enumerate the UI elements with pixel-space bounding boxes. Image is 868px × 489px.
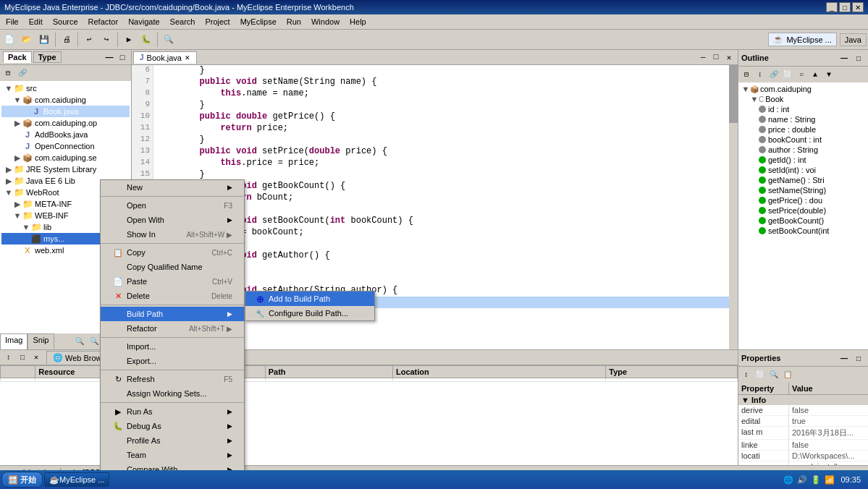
outline-item-book-class[interactable]: ▼ C Book [740, 94, 867, 104]
outline-btn4[interactable]: ⬜ [781, 68, 794, 81]
ctx-team[interactable]: Team ▶ [101, 448, 244, 462]
submenu-configure-build-path[interactable]: 🔧 Configure Build Path... [245, 306, 374, 320]
menu-help[interactable]: Help [347, 16, 369, 27]
img-btn2[interactable]: 🔍 [88, 335, 101, 348]
ctx-profile-as[interactable]: Profile As ▶ [101, 433, 244, 448]
tree-item-addbooks[interactable]: J AddBooks.java [1, 129, 130, 140]
outline-item-getprice[interactable]: getPrice() : dou [740, 195, 867, 205]
editor-scrollbar[interactable] [729, 65, 738, 349]
ctx-refactor[interactable]: Refactor Alt+Shift+T ▶ [101, 321, 244, 336]
outline-item-price[interactable]: price : double [740, 124, 867, 135]
outline-item-com-caiduping[interactable]: ▼ 📦 com.caiduping [740, 84, 867, 94]
open-btn[interactable]: 📂 [19, 32, 35, 48]
ctx-debug-as[interactable]: 🐛 Debug As ▶ [101, 419, 244, 433]
outline-btn1[interactable]: ⊟ [740, 68, 753, 81]
save-btn[interactable]: 💾 [36, 32, 52, 48]
tree-item-jre[interactable]: ▶ 📁 JRE System Library [1, 163, 130, 175]
tab-type[interactable]: Type [33, 51, 62, 63]
bottom-panel-icon3[interactable]: ✕ [30, 351, 43, 364]
prop-btn2[interactable]: ⬜ [754, 368, 767, 381]
scroll-thumb[interactable] [729, 65, 738, 123]
tree-item-book-java[interactable]: J Book.java [1, 106, 130, 117]
tab-close-btn[interactable]: ✕ [185, 54, 190, 61]
redo-btn[interactable]: ↪ [98, 32, 114, 48]
close-button[interactable]: ✕ [852, 2, 864, 12]
outline-btn5[interactable]: ○ [795, 68, 808, 81]
ctx-copy-qualified-name[interactable]: Copy Qualified Name [101, 260, 244, 274]
ctx-build-path[interactable]: Build Path ▶ [101, 307, 244, 321]
ctx-refresh[interactable]: ↻ Refresh F5 [101, 372, 244, 386]
menu-navigate[interactable]: Navigate [125, 16, 162, 27]
start-button[interactable]: 🪟 开始 [1, 472, 43, 480]
ctx-delete[interactable]: ✕ Delete Delete [101, 289, 244, 303]
outline-btn7[interactable]: ▼ [822, 68, 835, 81]
menu-myeclipse[interactable]: MyEclipse [237, 16, 279, 27]
search-btn[interactable]: 🔍 [161, 32, 177, 48]
ctx-open-with[interactable]: Open With ▶ [101, 213, 244, 227]
ctx-new[interactable]: New ▶ [101, 180, 244, 195]
menu-project[interactable]: Project [202, 16, 232, 27]
ctx-assign-working-sets[interactable]: Assign Working Sets... [101, 386, 244, 401]
bottom-panel-icon2[interactable]: □ [16, 351, 29, 364]
ctx-import[interactable]: Import... [101, 339, 244, 354]
outline-btn6[interactable]: ▲ [809, 68, 822, 81]
new-btn[interactable]: 📄 [1, 32, 17, 48]
menu-source[interactable]: Source [50, 16, 81, 27]
img-btn1[interactable]: 🔍 [73, 335, 86, 348]
run-btn[interactable]: ▶ [121, 32, 137, 48]
menu-run[interactable]: Run [284, 16, 304, 27]
prop-btn1[interactable]: ↕ [740, 368, 753, 381]
outline-btn3[interactable]: 🔗 [767, 68, 780, 81]
outline-item-name[interactable]: name : String [740, 114, 867, 124]
prop-section-info[interactable]: ▼ Info [738, 395, 868, 405]
tree-item-com-caiduping-op[interactable]: ▶ 📦 com.caiduping.op [1, 117, 130, 129]
outline-item-getbookcount[interactable]: getBookCount() [740, 216, 867, 226]
outline-item-id[interactable]: id : int [740, 104, 867, 114]
outline-item-setname[interactable]: setName(String) [740, 185, 867, 195]
tree-item-com-caiduping-se[interactable]: ▶ 📦 com.caiduping.se [1, 152, 130, 163]
maximize-button[interactable]: □ [839, 2, 851, 12]
editor-maximize[interactable]: □ [710, 51, 722, 63]
menu-window[interactable]: Window [308, 16, 342, 27]
ctx-run-as[interactable]: ▶ Run As ▶ [101, 404, 244, 419]
tab-pack[interactable]: Pack [3, 51, 32, 63]
outline-item-author[interactable]: author : String [740, 145, 867, 155]
menu-refactor[interactable]: Refactor [85, 16, 122, 27]
ctx-show-in[interactable]: Show In Alt+Shift+W ▶ [101, 227, 244, 242]
prop-btn3[interactable]: 🔍 [767, 368, 780, 381]
ctx-paste[interactable]: 📄 Paste Ctrl+V [101, 274, 244, 289]
editor-minimize[interactable]: — [697, 51, 709, 63]
prop-maximize[interactable]: □ [852, 352, 865, 365]
editor-close[interactable]: ✕ [723, 51, 735, 63]
menu-edit[interactable]: Edit [26, 16, 46, 27]
minimize-button[interactable]: _ [826, 2, 838, 12]
tab-snip[interactable]: Snip [28, 333, 54, 349]
outline-btn2[interactable]: ↕ [754, 68, 767, 81]
editor-tab-book[interactable]: J Book.java ✕ [133, 51, 197, 64]
prop-minimize[interactable]: — [838, 352, 851, 365]
tree-item-src[interactable]: ▼ 📁 src [1, 82, 130, 94]
tab-imag[interactable]: Imag [0, 333, 28, 349]
taskbar-myeclipse[interactable]: ☕ MyEclipse ... [44, 472, 109, 480]
undo-btn[interactable]: ↩ [81, 32, 97, 48]
bottom-panel-icon1[interactable]: ↕ [2, 351, 15, 364]
tree-item-openconnection[interactable]: J OpenConnection [1, 140, 130, 152]
outline-maximize[interactable]: □ [852, 51, 865, 64]
outline-item-setbookcount[interactable]: setBookCount(int [740, 226, 867, 236]
outline-item-getname[interactable]: getName() : Stri [740, 175, 867, 185]
menu-search[interactable]: Search [167, 16, 198, 27]
ctx-copy[interactable]: 📋 Copy Ctrl+C [101, 245, 244, 260]
outline-item-bookcount[interactable]: bookCount : int [740, 135, 867, 145]
menu-file[interactable]: File [3, 16, 22, 27]
panel-minimize[interactable]: — [104, 51, 115, 63]
prop-btn4[interactable]: 📋 [781, 368, 794, 381]
outline-item-setid[interactable]: setId(int) : voi [740, 165, 867, 175]
ctx-export[interactable]: Export... [101, 354, 244, 368]
panel-maximize[interactable]: □ [117, 51, 128, 63]
debug-btn[interactable]: 🐛 [138, 32, 154, 48]
print-btn[interactable]: 🖨 [59, 32, 75, 48]
ctx-open[interactable]: Open F3 [101, 198, 244, 213]
tree-collapse-all[interactable]: ⊟ [1, 67, 14, 80]
tree-item-com-caiduping[interactable]: ▼ 📦 com.caiduping [1, 94, 130, 106]
outline-item-getid[interactable]: getId() : int [740, 155, 867, 165]
